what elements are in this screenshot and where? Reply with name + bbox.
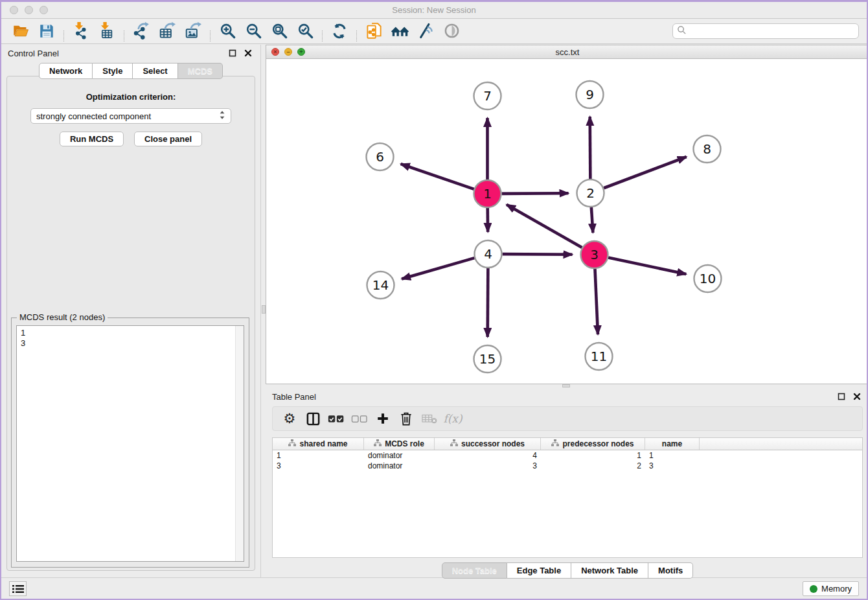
column-header-name[interactable]: name (645, 438, 700, 450)
close-table-panel-icon[interactable] (851, 391, 863, 402)
deselect-all-icon[interactable] (348, 409, 371, 428)
duplicate-network-icon[interactable] (361, 21, 387, 41)
column-label: MCDS role (385, 439, 424, 448)
zoom-out-icon[interactable] (240, 21, 266, 41)
status-bar: Memory (1, 577, 867, 599)
export-image-icon[interactable] (180, 21, 206, 41)
open-folder-icon[interactable] (8, 21, 34, 41)
edge-1-6[interactable] (401, 164, 474, 189)
node-label-11: 11 (591, 349, 607, 364)
edge-2-8[interactable] (604, 157, 687, 188)
export-network-icon[interactable] (128, 21, 154, 41)
table-tab-edge-table[interactable]: Edge Table (507, 562, 571, 579)
cell-successor-nodes[interactable]: 3 (435, 461, 541, 470)
window-titlebar: Session: New Session (1, 2, 867, 19)
mcds-result-text[interactable]: 1 3 (16, 325, 244, 562)
export-table-icon[interactable] (154, 21, 180, 41)
select-all-icon[interactable] (325, 409, 348, 428)
zoom-in-icon[interactable] (214, 21, 240, 41)
memory-button[interactable]: Memory (803, 581, 859, 596)
function-builder-icon: f(x) (441, 409, 464, 428)
edge-2-9[interactable] (590, 117, 591, 179)
edge-4-14[interactable] (402, 258, 474, 279)
refresh-icon[interactable] (326, 21, 352, 41)
column-type-icon (450, 439, 458, 448)
search-icon (677, 25, 687, 38)
tab-mcds[interactable]: MCDS (178, 63, 223, 79)
column-type-icon (288, 439, 296, 448)
close-panel-button[interactable]: Close panel (134, 132, 202, 146)
column-header-MCDS-role[interactable]: MCDS role (364, 438, 435, 450)
run-mcds-button[interactable]: Run MCDS (60, 132, 124, 146)
delete-icon[interactable] (394, 409, 418, 428)
tab-style[interactable]: Style (93, 63, 133, 79)
network-window-title: scc.txt (266, 47, 868, 57)
style-brush-icon[interactable] (413, 21, 439, 41)
node-table: shared nameMCDS rolesuccessor nodesprede… (272, 437, 863, 558)
close-panel-icon[interactable] (242, 48, 254, 58)
eye-icon[interactable] (439, 21, 464, 41)
column-browser-icon[interactable] (301, 409, 325, 428)
cell-shared-name[interactable]: 1 (273, 451, 364, 460)
edge-2-3[interactable] (591, 207, 593, 233)
table-row-1[interactable]: 1dominator411 (273, 450, 862, 461)
toolbar-separator (124, 30, 124, 41)
search-input[interactable] (687, 25, 858, 38)
gear-icon[interactable]: ⚙ (278, 409, 301, 428)
home-icon[interactable] (387, 21, 413, 41)
table-tab-network-table[interactable]: Network Table (571, 562, 648, 579)
zoom-fit-icon[interactable] (266, 21, 292, 41)
vertical-splitter[interactable] (260, 45, 266, 580)
table-toolbar: ⚙f(x) (272, 406, 863, 431)
cell-name[interactable]: 1 (645, 451, 700, 460)
network-window-titlebar[interactable]: × – + scc.txt (266, 45, 868, 59)
edge-4-3[interactable] (502, 254, 572, 255)
column-label: successor nodes (461, 439, 525, 448)
node-label-10: 10 (700, 271, 716, 286)
float-panel-icon[interactable] (227, 48, 238, 58)
cell-shared-name[interactable]: 3 (273, 461, 364, 470)
cell-name[interactable]: 3 (645, 461, 700, 470)
column-header-successor-nodes[interactable]: successor nodes (435, 438, 541, 450)
toolbar-separator (63, 30, 64, 41)
save-session-icon[interactable] (34, 21, 60, 41)
import-table-icon[interactable] (94, 21, 120, 41)
column-header-shared-name[interactable]: shared name (273, 438, 364, 450)
cell-predecessor-nodes[interactable]: 2 (541, 461, 645, 470)
tab-select[interactable]: Select (133, 63, 177, 79)
node-label-8: 8 (703, 141, 711, 157)
import-network-icon[interactable] (68, 21, 94, 41)
edge-1-2[interactable] (501, 193, 568, 194)
table-tab-node-table[interactable]: Node Table (442, 562, 507, 579)
mcds-result-group: MCDS result (2 nodes) 1 3 (11, 317, 249, 568)
mcds-tab-content: Optimization criterion: strongly connect… (6, 76, 255, 571)
cell-successor-nodes[interactable]: 4 (435, 451, 541, 460)
optimization-criterion-select[interactable]: strongly connected component (30, 108, 231, 124)
control-panel-header: Control Panel (1, 45, 260, 62)
edge-3-11[interactable] (595, 269, 598, 334)
mcds-result-scrollbar[interactable] (235, 326, 244, 561)
table-panel-title: Table Panel (272, 392, 316, 402)
node-label-1: 1 (483, 186, 492, 202)
task-history-button[interactable] (9, 581, 27, 596)
table-row-2[interactable]: 3dominator323 (273, 461, 862, 471)
column-label: predecessor nodes (562, 439, 634, 448)
cell-MCDS-role[interactable]: dominator (364, 461, 435, 470)
control-panel-title: Control Panel (8, 49, 59, 58)
float-table-panel-icon[interactable] (836, 391, 847, 402)
table-tab-motifs[interactable]: Motifs (648, 562, 693, 579)
network-graph[interactable]: 7968124314101511 (266, 59, 868, 384)
tab-network[interactable]: Network (39, 63, 93, 79)
horizontal-splitter-grip[interactable] (562, 384, 570, 387)
search-box[interactable] (672, 23, 859, 39)
network-canvas[interactable]: 7968124314101511 (266, 59, 868, 384)
column-header-predecessor-nodes[interactable]: predecessor nodes (541, 438, 645, 450)
zoom-selected-icon[interactable] (292, 21, 318, 41)
add-column-icon[interactable] (371, 409, 394, 428)
cell-predecessor-nodes[interactable]: 1 (541, 451, 645, 460)
edge-3-10[interactable] (608, 258, 686, 274)
edge-3-1[interactable] (507, 205, 582, 248)
edge-4-15[interactable] (488, 268, 488, 337)
cell-MCDS-role[interactable]: dominator (364, 451, 435, 460)
delete-table-icon (418, 409, 441, 428)
